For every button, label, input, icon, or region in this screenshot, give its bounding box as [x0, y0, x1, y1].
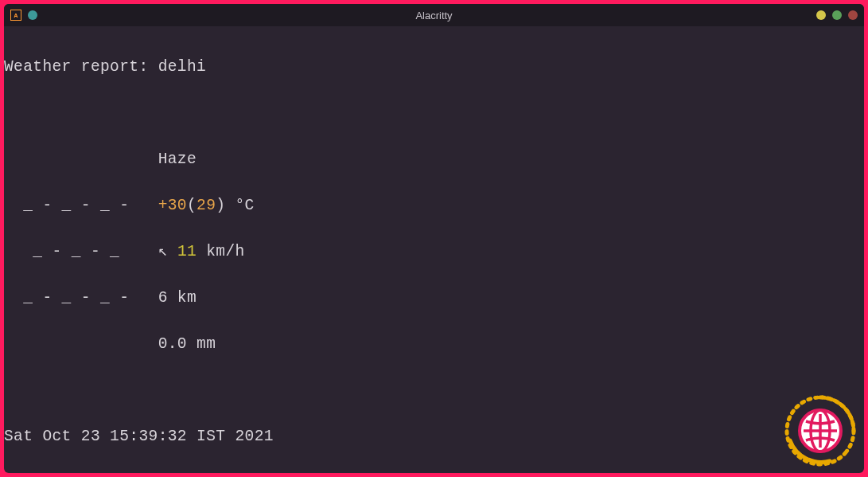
paren-close: )	[216, 197, 225, 214]
maximize-button[interactable]	[832, 10, 842, 20]
terminal-content[interactable]: Weather report: delhi Haze _ - _ - _ - +…	[4, 26, 864, 473]
wind-unit: km/h	[197, 243, 245, 260]
haze-art-3: _ - _ - _ -	[4, 289, 149, 307]
weather-visibility-line: _ - _ - _ - 6 km	[4, 287, 864, 310]
weather-precip-line: 0.0 mm	[4, 333, 864, 356]
wind-arrow-icon: ↖	[158, 243, 177, 260]
blank-line-2	[4, 379, 864, 402]
window-title: Alacritty	[415, 10, 452, 22]
paren-open: (	[187, 197, 197, 214]
watermark-logo	[780, 391, 860, 471]
haze-art-1: _ - _ - _ -	[4, 197, 149, 214]
temp-actual: +30	[158, 197, 187, 214]
window-controls	[816, 10, 858, 20]
haze-art-2: _ - _ - _	[4, 243, 149, 260]
weather-wind-line: _ - _ - _ ↖ 11 km/h	[4, 240, 864, 264]
blank-line	[4, 102, 864, 125]
terminal-window: A Alacritty Weather report: delhi Haze _…	[4, 4, 864, 473]
weather-condition: Haze	[158, 151, 197, 168]
weather-temp-line: _ - _ - _ - +30(29) °C	[4, 194, 864, 217]
minimize-button[interactable]	[816, 10, 826, 20]
timestamp: Sat Oct 23 15:39:32 IST 2021	[4, 425, 864, 448]
titlebar-left: A	[10, 10, 37, 21]
wind-speed: 11	[177, 243, 197, 260]
globe-icon	[780, 391, 860, 471]
titlebar[interactable]: A Alacritty	[4, 4, 864, 26]
weather-condition-line: Haze	[4, 148, 864, 171]
blank-line-3	[4, 471, 864, 473]
temp-unit: °C	[225, 197, 254, 214]
weather-header: Weather report: delhi	[4, 56, 864, 79]
app-icon: A	[10, 10, 21, 21]
titlebar-indicator-dot	[28, 10, 37, 20]
temp-feels: 29	[197, 197, 216, 214]
precipitation: 0.0 mm	[158, 335, 216, 353]
visibility: 6 km	[158, 289, 197, 307]
close-button[interactable]	[848, 10, 858, 20]
